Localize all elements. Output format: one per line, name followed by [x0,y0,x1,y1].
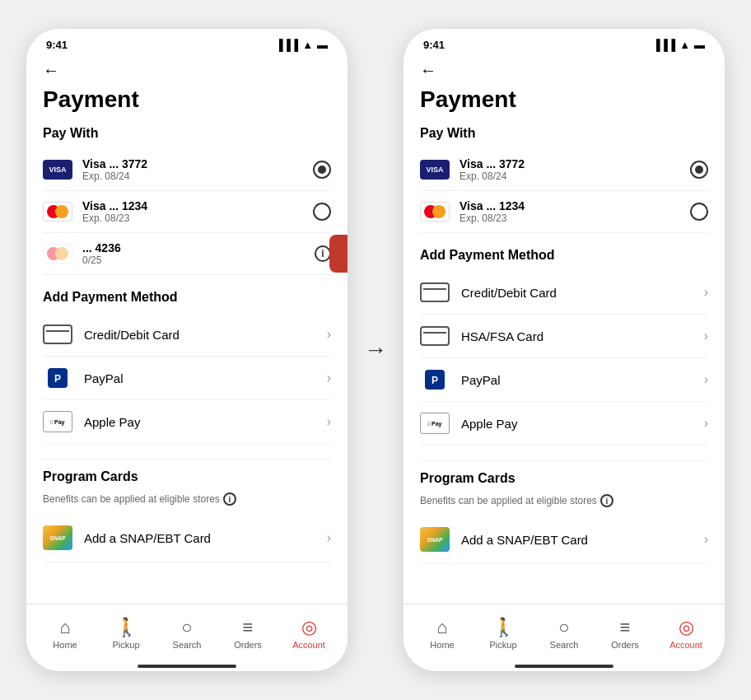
battery-icon: ▬ [317,39,328,51]
add-payment-label-left: Add Payment Method [43,290,331,305]
radio-visa-left[interactable] [313,161,331,179]
method-paypal-label-left: PayPal [84,371,327,385]
tab-account-right[interactable]: ◎ Account [655,617,716,650]
method-paypal-left[interactable]: P PayPal › [43,357,331,400]
tab-search-label-left: Search [173,640,202,650]
snap-row-right[interactable]: SNAP Add a SNAP/EBT Card › [420,516,708,564]
chevron-snap-right: › [704,532,708,547]
applepay-icon-left:  Pay [43,412,72,432]
home-indicator-left [138,665,236,668]
card-row-mc-left[interactable]: Visa ... 1234 Exp. 08/23 [43,191,331,233]
tab-orders-right[interactable]: ≡ Orders [595,617,655,650]
radio-mc-left[interactable] [313,203,331,221]
snap-row-left[interactable]: SNAP Add a SNAP/EBT Card › [43,514,331,562]
chevron-paypal-left: › [327,371,331,385]
paypal-icon-left: P [43,368,72,388]
mc-icon-right [420,202,450,222]
wifi-icon: ▲ [302,39,313,51]
card-info-visa-right: Visa ... 3772 Exp. 08/24 [459,157,690,182]
program-info-icon-right[interactable]: i [600,494,613,507]
snap-icon-right: SNAP [420,527,450,552]
delete-button[interactable]: Delete [329,235,348,273]
card-row-mc-right[interactable]: Visa ... 1234 Exp. 08/23 [420,191,708,233]
visa-icon-right: VISA [420,160,450,180]
left-phone: 9:41 ▐▐▐ ▲ ▬ ← Payment Pay With VISA Vis… [26,29,348,671]
home-icon-right: ⌂ [436,617,447,638]
tab-pickup-label-right: Pickup [489,640,516,650]
swipe-card-row[interactable]: ... 4236 0/25 i Delete [43,233,331,275]
method-applepay-right[interactable]:  Pay Apple Pay › [420,402,708,446]
account-icon-right: ◎ [679,617,694,638]
radio-inner-right [695,166,703,174]
card-info-mc-left: Visa ... 1234 Exp. 08/23 [82,199,313,224]
paypal-icon-right: P [420,370,450,390]
card-exp-visa-left: Exp. 08/24 [82,170,313,182]
tab-account-left[interactable]: ◎ Account [278,617,339,650]
tab-account-label-left: Account [292,640,325,650]
screen-left: ← Payment Pay With VISA Visa ... 3772 Ex… [26,54,348,604]
method-paypal-right[interactable]: P PayPal › [420,358,708,402]
home-icon-left: ⌂ [59,617,70,638]
credit-card-icon-left [43,324,72,344]
pay-with-label-left: Pay With [43,126,331,141]
card-info-swiped: ... 4236 0/25 [82,241,315,266]
tab-search-right[interactable]: ○ Search [534,617,595,650]
card-row-visa-right[interactable]: VISA Visa ... 3772 Exp. 08/24 [420,149,708,191]
signal-icon-r: ▐▐▐ [652,39,675,51]
applepay-icon-right:  Pay [420,413,450,433]
tab-home-label-right: Home [430,640,454,650]
card-exp-swiped: 0/25 [82,254,315,266]
hsa-card-icon-right [420,326,450,346]
method-applepay-left[interactable]:  Pay Apple Pay › [43,400,331,444]
chevron-hsa-right: › [704,329,708,343]
method-credit-label-right: Credit/Debit Card [461,286,704,300]
snap-label-right: Add a SNAP/EBT Card [461,533,704,547]
tab-orders-label-right: Orders [611,640,639,650]
card-exp-mc-right: Exp. 08/23 [459,212,690,224]
orders-icon-right: ≡ [620,617,631,638]
tab-search-left[interactable]: ○ Search [156,617,217,650]
tab-pickup-right[interactable]: 🚶 Pickup [473,617,534,650]
method-credit-right[interactable]: Credit/Debit Card › [420,271,708,315]
signal-icons-right: ▐▐▐ ▲ ▬ [652,39,705,51]
method-credit-left[interactable]: Credit/Debit Card › [43,313,331,357]
card-exp-visa-right: Exp. 08/24 [459,170,690,182]
tab-pickup-left[interactable]: 🚶 Pickup [96,617,156,650]
radio-mc-right[interactable] [690,203,708,221]
card-row-visa-left[interactable]: VISA Visa ... 3772 Exp. 08/24 [43,149,331,191]
radio-visa-right[interactable] [690,161,708,179]
tab-account-label-right: Account [669,640,702,650]
home-indicator-right [515,665,613,668]
program-subtitle-right: Benefits can be applied at eligible stor… [420,494,708,507]
divider-right [420,460,708,461]
status-bar-left: 9:41 ▐▐▐ ▲ ▬ [26,29,348,54]
method-applepay-label-right: Apple Pay [461,417,704,431]
svg-text:P: P [54,373,61,385]
method-hsa-right[interactable]: HSA/FSA Card › [420,315,708,358]
divider-left [43,459,331,460]
method-applepay-label-left: Apple Pay [84,415,327,429]
program-cards-label-right: Program Cards [420,471,708,486]
tab-home-left[interactable]: ⌂ Home [35,617,96,650]
svg-text:P: P [431,375,438,386]
tab-home-right[interactable]: ⌂ Home [412,617,473,650]
back-button-right[interactable]: ← [420,61,708,80]
pickup-icon-right: 🚶 [492,617,515,638]
screen-right: ← Payment Pay With VISA Visa ... 3772 Ex… [403,54,725,604]
program-cards-label-left: Program Cards [43,469,331,484]
program-info-icon-left[interactable]: i [223,492,236,506]
program-section-right: Program Cards Benefits can be applied at… [420,471,708,564]
tab-orders-label-left: Orders [234,640,262,650]
card-name-visa-left: Visa ... 3772 [82,157,313,170]
back-button-left[interactable]: ← [43,61,331,80]
add-payment-label-right: Add Payment Method [420,248,708,263]
chevron-credit-left: › [327,327,331,342]
card-info-mc-right: Visa ... 1234 Exp. 08/23 [459,199,690,224]
search-icon-left: ○ [181,617,192,638]
arrow-connector: → [364,337,387,363]
tab-orders-left[interactable]: ≡ Orders [217,617,278,650]
radio-inner-left [318,166,326,174]
signal-icon: ▐▐▐ [275,39,298,51]
right-phone: 9:41 ▐▐▐ ▲ ▬ ← Payment Pay With VISA Vis… [403,29,725,671]
wifi-icon-r: ▲ [679,39,690,51]
